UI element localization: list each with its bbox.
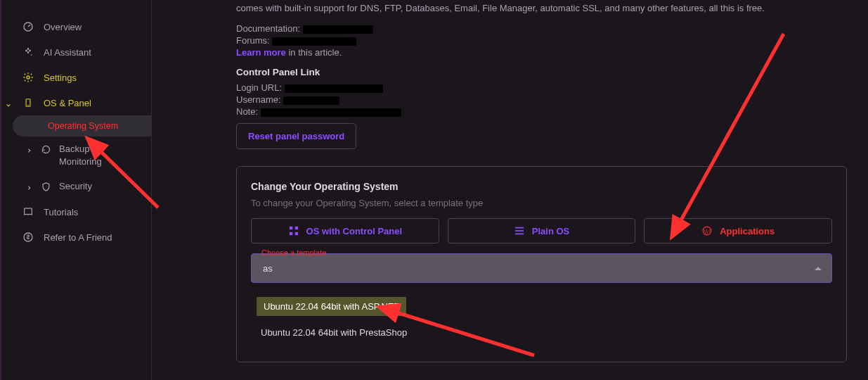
sidebar: Overview AI Assistant Settings OS & Pane… xyxy=(0,0,152,380)
forums-label: Forums: xyxy=(236,35,270,46)
wordpress-icon xyxy=(701,225,713,236)
gear-icon xyxy=(21,71,35,84)
sidebar-item-label: Overview xyxy=(44,22,82,32)
svg-rect-11 xyxy=(515,230,524,232)
tab-plain-os[interactable]: Plain OS xyxy=(448,218,636,243)
grid-icon xyxy=(288,225,299,236)
reset-panel-password-button[interactable]: Reset panel password xyxy=(236,123,356,149)
tab-applications[interactable]: Applications xyxy=(644,218,832,243)
svg-rect-10 xyxy=(515,227,524,229)
dollar-icon xyxy=(21,231,35,243)
documentation-row: Documentation: xyxy=(236,23,847,34)
redacted-value xyxy=(283,96,339,105)
learn-more-link[interactable]: Learn more xyxy=(236,47,286,58)
sidebar-item-os-panel[interactable]: OS & Panel xyxy=(0,90,151,115)
list-icon xyxy=(514,225,525,236)
sidebar-item-label: Tutorials xyxy=(44,207,78,217)
login-url-row: Login URL: xyxy=(236,82,847,94)
tab-label: Plain OS xyxy=(532,226,569,236)
chevron-down-icon xyxy=(6,100,11,106)
tab-label: Applications xyxy=(720,226,775,236)
template-search-field[interactable]: Choose a template xyxy=(251,253,832,283)
sidebar-item-overview[interactable]: Overview xyxy=(0,14,151,39)
control-panel-link-heading: Control Panel Link xyxy=(236,58,847,82)
field-label: Choose a template xyxy=(259,248,329,257)
username-label: Username: xyxy=(236,94,281,105)
option-prestashop[interactable]: Ubuntu 22.04 64bit with PrestaShop xyxy=(251,320,832,345)
sidebar-item-label: OS & Panel xyxy=(44,98,91,108)
svg-rect-9 xyxy=(294,232,297,235)
shield-icon xyxy=(39,180,52,193)
note-label: Note: xyxy=(236,106,261,117)
template-search-input[interactable] xyxy=(261,262,815,274)
chevron-right-icon xyxy=(27,182,35,191)
card-title: Change Your Operating System xyxy=(251,181,832,192)
svg-point-2 xyxy=(27,76,30,79)
svg-rect-8 xyxy=(289,232,292,235)
redacted-value xyxy=(261,108,401,117)
svg-rect-6 xyxy=(289,227,292,229)
sidebar-item-ai[interactable]: AI Assistant xyxy=(0,39,151,65)
sidebar-item-label: Settings xyxy=(44,72,77,83)
template-options-list: Ubuntu 22.04 64bit with ASP.NET Ubuntu 2… xyxy=(251,289,832,345)
sidebar-item-label: Refer to A Friend xyxy=(44,232,112,243)
svg-rect-7 xyxy=(294,227,297,229)
sidebar-sub-operating-system[interactable]: Operating System xyxy=(13,115,151,137)
template-type-tabs: OS with Control Panel Plain OS Applicati… xyxy=(251,218,832,243)
svg-point-4 xyxy=(27,105,28,106)
forums-row: Forums: xyxy=(236,34,847,46)
main-content: comes with built-in support for DNS, FTP… xyxy=(152,0,868,380)
redacted-value xyxy=(303,25,373,34)
chevron-right-icon xyxy=(27,145,35,153)
option-aspnet[interactable]: Ubuntu 22.04 64bit with ASP.NET xyxy=(257,297,406,316)
note-row: Note: xyxy=(236,106,847,118)
server-icon xyxy=(21,96,35,109)
doc-label: Documentation: xyxy=(236,23,300,34)
sparkle-icon xyxy=(21,46,35,58)
refresh-icon xyxy=(39,143,52,156)
username-row: Username: xyxy=(236,94,847,106)
sidebar-item-settings[interactable]: Settings xyxy=(0,65,151,90)
sidebar-sub-label: Operating System xyxy=(48,121,118,131)
sidebar-item-label: AI Assistant xyxy=(44,47,91,58)
intro-text: comes with built-in support for DNS, FTP… xyxy=(236,0,847,23)
sidebar-item-tutorials[interactable]: Tutorials xyxy=(0,199,151,224)
login-label: Login URL: xyxy=(236,82,282,93)
learn-more-suffix: in this article. xyxy=(286,47,342,58)
tab-label: OS with Control Panel xyxy=(306,226,403,236)
tab-os-control-panel[interactable]: OS with Control Panel xyxy=(251,218,439,243)
learn-more-row: Learn more in this article. xyxy=(236,46,847,58)
sidebar-item-refer[interactable]: Refer to A Friend xyxy=(0,224,151,250)
card-desc: To change your Operating System, select … xyxy=(251,198,832,208)
redacted-value xyxy=(285,84,383,93)
sidebar-item-label: Backup & Monitoring xyxy=(59,143,143,167)
book-icon xyxy=(21,205,35,218)
dashboard-icon xyxy=(21,20,35,33)
chevron-up-icon xyxy=(815,267,822,270)
svg-point-1 xyxy=(31,54,32,55)
sidebar-item-security[interactable]: Security xyxy=(0,174,151,199)
svg-rect-12 xyxy=(515,234,524,235)
redacted-value xyxy=(272,37,356,46)
change-os-card: Change Your Operating System To change y… xyxy=(236,166,847,362)
sidebar-item-label: Security xyxy=(59,180,92,193)
sidebar-item-backup[interactable]: Backup & Monitoring xyxy=(0,137,151,174)
